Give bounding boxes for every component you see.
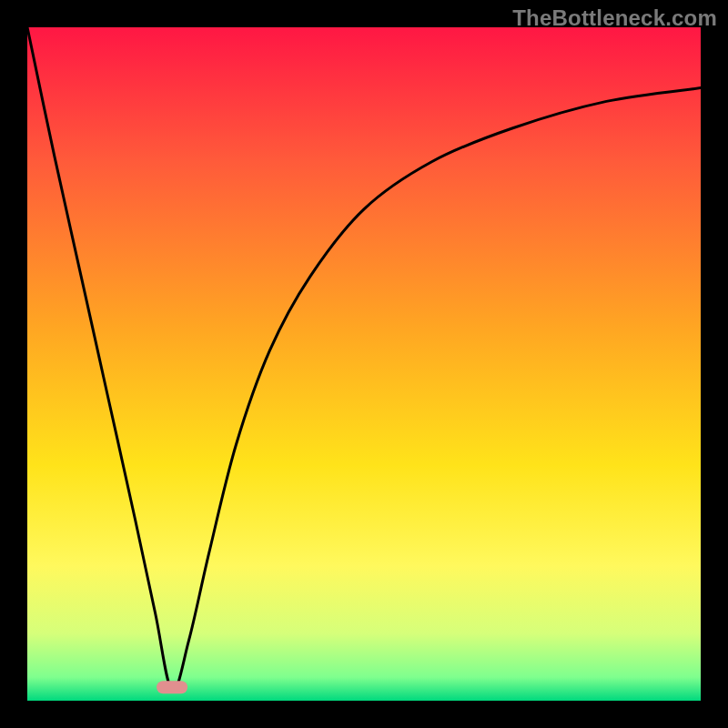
minimum-marker — [157, 681, 187, 693]
bottleneck-curve — [27, 27, 701, 691]
chart-frame: TheBottleneck.com — [0, 0, 728, 728]
plot-area — [27, 27, 701, 701]
curve-layer — [27, 27, 701, 701]
watermark-text: TheBottleneck.com — [512, 5, 717, 31]
